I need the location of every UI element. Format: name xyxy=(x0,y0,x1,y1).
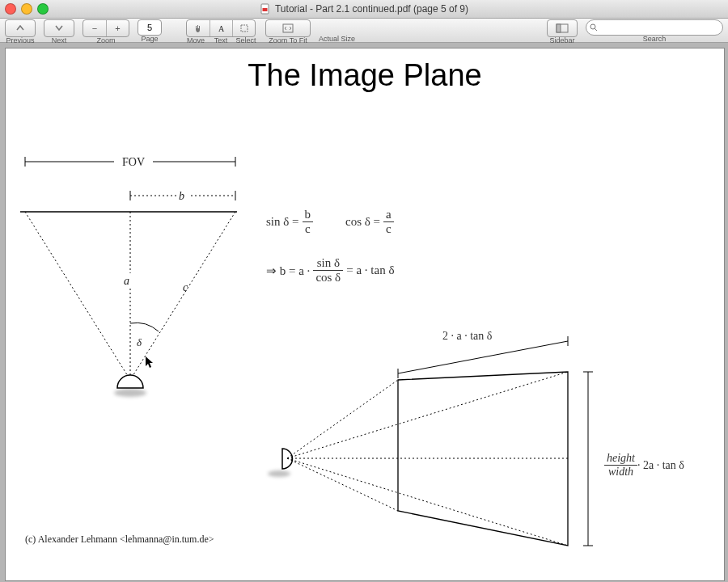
marquee-icon xyxy=(239,23,249,33)
search-group: Search xyxy=(586,19,723,43)
sidebar-group: Sidebar xyxy=(547,19,578,44)
frustum-diagram xyxy=(265,323,604,558)
svg-text:b: b xyxy=(179,190,184,202)
svg-rect-6 xyxy=(557,24,561,32)
zoom-fit-label: Zoom To Fit xyxy=(269,36,307,44)
copyright-text: (c) Alexander Lehmann <lehmanna@in.tum.d… xyxy=(25,534,214,546)
search-icon xyxy=(590,23,598,32)
svg-line-38 xyxy=(287,458,568,546)
svg-text:c: c xyxy=(183,281,188,293)
fit-icon xyxy=(282,23,294,33)
tool-mode-group: A Move Text Select xyxy=(184,19,257,44)
eq-cos-label: cos δ = xyxy=(345,215,380,229)
next-button[interactable] xyxy=(44,19,74,37)
zoom-group: − + Zoom xyxy=(83,19,129,44)
fov-label: FOV xyxy=(122,156,145,168)
height-width-formula: height width · 2a · tan δ xyxy=(604,453,684,478)
text-label: Text xyxy=(212,36,230,44)
svg-line-37 xyxy=(287,372,568,458)
nav-next-group: Next xyxy=(44,19,74,44)
traffic-lights xyxy=(5,3,49,15)
svg-rect-3 xyxy=(241,25,248,32)
svg-line-35 xyxy=(287,380,398,458)
page-number-input[interactable] xyxy=(138,19,162,36)
hand-icon xyxy=(193,23,203,33)
svg-line-27 xyxy=(398,341,568,373)
previous-button[interactable] xyxy=(5,19,36,37)
svg-text:δ: δ xyxy=(137,336,142,348)
svg-line-19 xyxy=(25,212,130,380)
top-measure-label: 2 · a · tan δ xyxy=(442,330,492,343)
page-label: Page xyxy=(141,35,158,43)
document-viewport[interactable]: The Image Plane FOV b a c xyxy=(0,43,728,582)
page-title: The Image Plane xyxy=(6,58,724,93)
text-tool-button[interactable]: A xyxy=(210,20,232,36)
window-title: Tutorial - Part 2.1 continued.pdf (page … xyxy=(260,3,468,15)
zoom-to-fit-button[interactable] xyxy=(265,19,311,37)
svg-text:a: a xyxy=(124,275,129,287)
move-tool-button[interactable] xyxy=(187,20,210,36)
toolbar: Previous Next − + Zoom Page A xyxy=(0,19,728,43)
eq-trig-definitions: sin δ = bc cos δ = ac xyxy=(266,209,394,235)
document-icon xyxy=(260,3,271,15)
svg-point-34 xyxy=(268,470,290,477)
search-input[interactable] xyxy=(586,19,723,36)
zoom-label: Zoom xyxy=(96,36,115,44)
chevron-up-icon xyxy=(16,24,24,32)
next-label: Next xyxy=(52,36,67,44)
select-tool-button[interactable] xyxy=(232,20,255,36)
actual-size-label: Actual Size xyxy=(319,35,355,43)
svg-point-26 xyxy=(114,389,146,397)
zoom-out-button[interactable]: − xyxy=(83,20,106,36)
svg-line-8 xyxy=(595,29,598,32)
svg-rect-1 xyxy=(262,8,267,11)
eq-derivation: ⇒ b = a · sin δ cos δ = a · tan δ xyxy=(266,257,394,284)
previous-label: Previous xyxy=(6,36,34,44)
fov-triangle-diagram: FOV b a c δ xyxy=(17,154,252,404)
close-icon[interactable] xyxy=(5,3,16,15)
sidebar-toggle-button[interactable] xyxy=(547,19,578,37)
minimize-icon[interactable] xyxy=(21,3,32,15)
select-label: Select xyxy=(235,36,257,44)
text-select-icon: A xyxy=(217,23,226,33)
mouse-cursor-icon xyxy=(145,356,154,369)
sidebar-icon xyxy=(556,23,569,33)
pdf-page: The Image Plane FOV b a c xyxy=(5,48,725,581)
svg-line-20 xyxy=(130,212,235,380)
window-title-text: Tutorial - Part 2.1 continued.pdf (page … xyxy=(275,3,468,15)
sidebar-label: Sidebar xyxy=(549,36,574,44)
zoom-window-icon[interactable] xyxy=(37,3,49,15)
eq2-tail: = a · tan δ xyxy=(346,264,394,277)
window-titlebar: Tutorial - Part 2.1 continued.pdf (page … xyxy=(0,0,728,19)
page-group: Page xyxy=(138,19,162,43)
svg-text:A: A xyxy=(218,24,225,33)
eq-sin-label: sin δ = xyxy=(266,215,299,229)
svg-line-36 xyxy=(287,458,398,511)
actual-size-group: Actual Size xyxy=(319,19,355,43)
svg-point-7 xyxy=(590,24,595,29)
chevron-down-icon xyxy=(55,24,63,32)
zoom-fit-group: Zoom To Fit xyxy=(265,19,311,44)
search-label: Search xyxy=(643,35,667,43)
eq2-lead: ⇒ b = a · xyxy=(266,264,310,278)
nav-previous-group: Previous xyxy=(5,19,36,44)
move-label: Move xyxy=(184,36,207,44)
zoom-in-button[interactable]: + xyxy=(106,20,129,36)
